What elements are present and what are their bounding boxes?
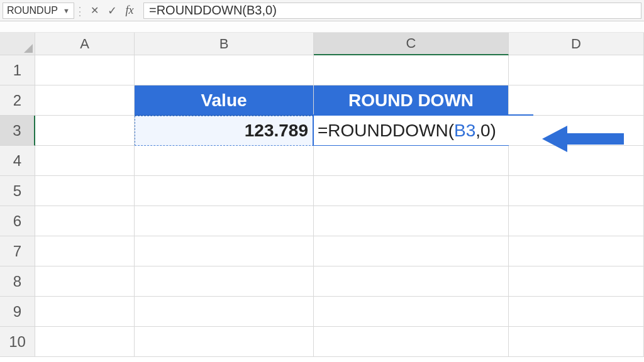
fx-icon: fx — [126, 4, 134, 17]
cell-B6[interactable] — [135, 206, 314, 236]
cell-B10[interactable] — [135, 327, 314, 357]
cell-C4[interactable] — [314, 146, 509, 176]
cell-A8[interactable] — [35, 266, 135, 297]
cell-D2[interactable] — [509, 85, 644, 116]
row-header-5[interactable]: 5 — [0, 176, 35, 206]
cell-editor[interactable]: =ROUNDDOWN(B3,0) — [313, 114, 533, 146]
formula-text: =ROUNDDOWN(B3,0) — [149, 3, 277, 18]
name-box-value: ROUNDUP — [7, 5, 63, 16]
row-header-6[interactable]: 6 — [0, 206, 35, 236]
row-header-2[interactable]: 2 — [0, 85, 35, 116]
column-header-D[interactable]: D — [509, 33, 644, 55]
cell-A9[interactable] — [35, 297, 135, 327]
cell-D1[interactable] — [509, 55, 644, 85]
row-header-1[interactable]: 1 — [0, 55, 35, 85]
column-header-A[interactable]: A — [35, 33, 135, 55]
separator-icon: ⋮ — [74, 3, 86, 18]
cell-A1[interactable] — [35, 55, 135, 85]
svg-marker-0 — [542, 126, 624, 152]
cell-B5[interactable] — [135, 176, 314, 206]
row-header-9[interactable]: 9 — [0, 297, 35, 327]
formula-ref: B3 — [454, 121, 475, 141]
cell-B9[interactable] — [135, 297, 314, 327]
cell-D5[interactable] — [509, 176, 644, 206]
cell-C1[interactable] — [314, 55, 509, 85]
row-header-7[interactable]: 7 — [0, 236, 35, 266]
header-rounddown-label: ROUND DOWN — [348, 90, 474, 111]
cell-A2[interactable] — [35, 85, 135, 116]
spreadsheet-grid[interactable]: A B C D 1 2 Value ROUND DOWN 3 123.789 =… — [0, 33, 644, 357]
cell-A5[interactable] — [35, 176, 135, 206]
cell-D8[interactable] — [509, 266, 644, 297]
cell-D10[interactable] — [509, 327, 644, 357]
cell-C6[interactable] — [314, 206, 509, 236]
cell-C9[interactable] — [314, 297, 509, 327]
row-header-4[interactable]: 4 — [0, 146, 35, 176]
excel-window: ROUNDUP ▼ ⋮ ✕ ✓ fx =ROUNDDOWN(B3,0) A B … — [0, 0, 644, 362]
cell-B1[interactable] — [135, 55, 314, 85]
cell-B4[interactable] — [135, 146, 314, 176]
check-icon: ✓ — [108, 4, 117, 18]
cell-D6[interactable] — [509, 206, 644, 236]
cell-A6[interactable] — [35, 206, 135, 236]
row-header-8[interactable]: 8 — [0, 266, 35, 297]
cell-B8[interactable] — [135, 266, 314, 297]
ribbon-collapsed-strip — [0, 21, 644, 33]
callout-arrow-icon — [542, 123, 624, 155]
row-header-3[interactable]: 3 — [0, 116, 35, 146]
cell-A10[interactable] — [35, 327, 135, 357]
select-all-corner[interactable] — [0, 33, 35, 55]
cell-B3[interactable]: 123.789 — [135, 116, 314, 146]
close-icon: ✕ — [91, 4, 99, 16]
formula-suffix: ,0) — [475, 121, 496, 141]
header-value-label: Value — [201, 90, 247, 111]
cell-C10[interactable] — [314, 327, 509, 357]
cell-C8[interactable] — [314, 266, 509, 297]
name-box[interactable]: ROUNDUP ▼ — [3, 3, 74, 19]
cell-B7[interactable] — [135, 236, 314, 266]
column-header-C[interactable]: C — [314, 33, 509, 55]
cell-B2[interactable]: Value — [135, 85, 314, 116]
cell-D7[interactable] — [509, 236, 644, 266]
cell-A7[interactable] — [35, 236, 135, 266]
chevron-down-icon: ▼ — [63, 7, 70, 14]
cell-A4[interactable] — [35, 146, 135, 176]
cell-D9[interactable] — [509, 297, 644, 327]
cell-edit-wrap: =ROUNDDOWN(B3,0) ROUNDDOWN(number, num_d… — [314, 116, 508, 145]
value-b3: 123.789 — [245, 121, 308, 141]
column-header-B[interactable]: B — [135, 33, 314, 55]
cell-C2[interactable]: ROUND DOWN — [314, 85, 509, 116]
cell-A3[interactable] — [35, 116, 135, 146]
row-header-10[interactable]: 10 — [0, 327, 35, 357]
formula-input[interactable]: =ROUNDDOWN(B3,0) — [143, 3, 641, 19]
formula-prefix: =ROUNDDOWN( — [318, 121, 454, 141]
formula-bar-row: ROUNDUP ▼ ⋮ ✕ ✓ fx =ROUNDDOWN(B3,0) — [0, 0, 644, 21]
cell-C3[interactable]: =ROUNDDOWN(B3,0) ROUNDDOWN(number, num_d… — [314, 116, 509, 146]
cell-C5[interactable] — [314, 176, 509, 206]
cancel-button[interactable]: ✕ — [86, 3, 103, 19]
cell-C7[interactable] — [314, 236, 509, 266]
insert-function-button[interactable]: fx — [121, 3, 138, 19]
enter-button[interactable]: ✓ — [103, 3, 121, 19]
